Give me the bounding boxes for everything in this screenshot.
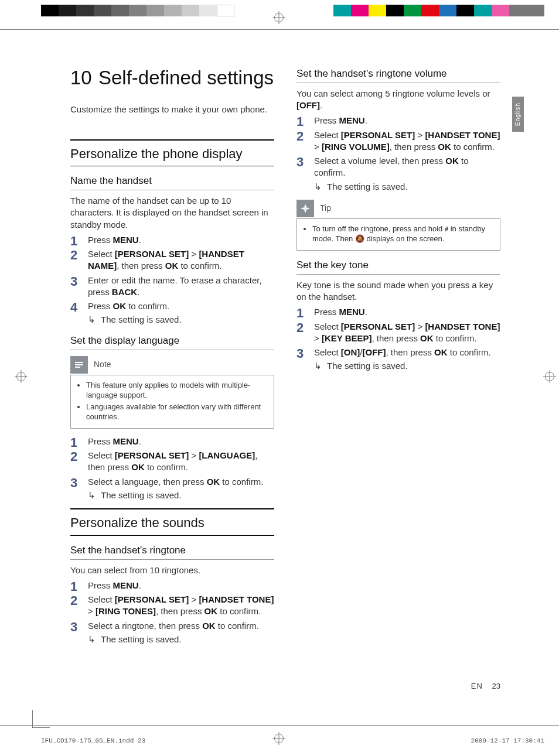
imposition-footer: IFU_CD170-175_05_EN.indd 23 2009-12-17 1… xyxy=(41,737,544,745)
step-item: 2Select [PERSONAL SET] > [LANGUAGE], the… xyxy=(70,450,274,474)
step-item: 2Select [PERSONAL SET] > [HANDSET TONE] … xyxy=(70,594,274,618)
note-icon xyxy=(70,356,88,374)
step-list: 1Press MENU. 2Select [PERSONAL SET] > [L… xyxy=(70,436,274,501)
subsection-heading: Set the key tone xyxy=(296,259,500,275)
step-list: 1Press MENU. 2Select [PERSONAL SET] > [H… xyxy=(296,115,500,193)
registration-mark-icon xyxy=(274,13,284,22)
step-list: 1Press MENU. 2Select [PERSONAL SET] > [H… xyxy=(296,306,500,372)
chapter-intro: Customize the settings to make it your o… xyxy=(70,104,274,115)
indd-filename: IFU_CD170-175_05_EN.indd 23 xyxy=(41,737,145,745)
mute-icon: 🔕 xyxy=(355,234,364,243)
step-item: 1Press MENU. xyxy=(70,234,274,246)
step-item: 1Press MENU. xyxy=(296,115,500,126)
registration-mark-icon xyxy=(16,372,26,381)
note-label: Note xyxy=(94,359,111,370)
result-text: The setting is saved. xyxy=(314,181,500,193)
section-heading: Personalize the sounds xyxy=(70,508,274,536)
step-item: 1Press MENU. xyxy=(70,436,274,447)
footer-page-number: 23 xyxy=(492,682,500,690)
step-list: 1Press MENU. 2Select [PERSONAL SET] > [H… xyxy=(70,234,274,326)
note-item: Languages available for selection vary w… xyxy=(86,402,268,422)
chapter-number: 10 xyxy=(70,67,98,88)
tip-item: To turn off the ringtone, press and hold… xyxy=(312,224,494,244)
body-text: You can select from 10 ringtones. xyxy=(70,565,274,576)
step-item: 2Select [PERSONAL SET] > [HANDSET TONE] … xyxy=(296,321,500,345)
tip-callout: Tip To turn off the ringtone, press and … xyxy=(296,200,500,251)
step-item: 2Select [PERSONAL SET] > [HANDSET TONE] … xyxy=(296,129,500,153)
color-swatches xyxy=(333,5,544,16)
result-text: The setting is saved. xyxy=(88,490,274,501)
step-item: 1Press MENU. xyxy=(70,580,274,591)
step-item: 4Press OK to confirm. The setting is sav… xyxy=(70,300,274,326)
result-text: The setting is saved. xyxy=(88,634,274,645)
bottom-rule xyxy=(0,725,559,726)
registration-mark-icon xyxy=(545,372,554,381)
note-item: This feature only applies to models with… xyxy=(86,380,268,401)
top-rule xyxy=(0,29,559,30)
step-item: 1Press MENU. xyxy=(296,306,500,318)
step-list: 1Press MENU. 2Select [PERSONAL SET] > [H… xyxy=(70,580,274,645)
step-item: 3Select a ringtone, then press OK to con… xyxy=(70,620,274,646)
footer-lang: EN xyxy=(471,682,483,690)
svg-rect-1 xyxy=(75,364,83,365)
result-text: The setting is saved. xyxy=(88,314,274,326)
svg-rect-2 xyxy=(75,367,80,368)
page-footer: EN 23 xyxy=(471,681,500,692)
chapter-title: Self-defined settings xyxy=(98,67,274,88)
tip-icon xyxy=(296,200,314,217)
chapter-heading: 10Self-defined settings xyxy=(70,67,274,88)
svg-rect-0 xyxy=(75,362,83,363)
subsection-heading: Set the display language xyxy=(70,334,274,350)
step-item: 3Select [ON]/[OFF], then press OK to con… xyxy=(296,347,500,372)
step-item: 2Select [PERSONAL SET] > [HANDSET NAME],… xyxy=(70,248,274,272)
subsection-heading: Set the handset's ringtone volume xyxy=(296,67,500,83)
page-content: 10Self-defined settings Customize the se… xyxy=(70,67,500,686)
indd-timestamp: 2009-12-17 17:30:41 xyxy=(471,737,544,745)
step-item: 3Enter or edit the name. To erase a char… xyxy=(70,275,274,299)
subsection-heading: Name the handset xyxy=(70,175,274,190)
grayscale-swatches xyxy=(41,5,234,16)
step-item: 3Select a volume level, then press OK to… xyxy=(296,155,500,193)
result-text: The setting is saved. xyxy=(314,360,500,372)
tip-label: Tip xyxy=(320,203,331,214)
note-callout: Note This feature only applies to models… xyxy=(70,356,274,429)
step-item: 3Select a language, then press OK to con… xyxy=(70,476,274,502)
body-text: Key tone is the sound made when you pres… xyxy=(296,279,500,303)
section-heading: Personalize the phone display xyxy=(70,139,274,167)
body-text: The name of the handset can be up to 10 … xyxy=(70,195,274,231)
subsection-heading: Set the handset's ringtone xyxy=(70,544,274,560)
body-text: You can select among 5 ringtone volume l… xyxy=(296,88,500,112)
language-tab: English xyxy=(512,97,524,132)
